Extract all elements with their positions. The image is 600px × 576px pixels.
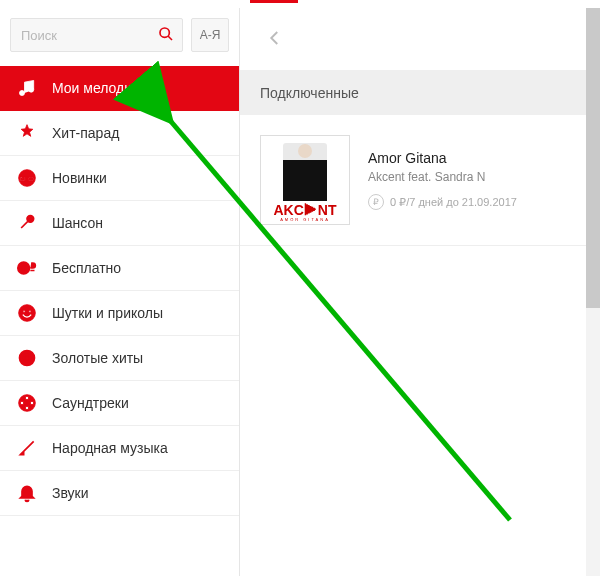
accent-bar — [250, 0, 298, 3]
svg-point-4 — [27, 216, 34, 223]
sidebar-item-hit-parade[interactable]: Хит-парад — [0, 111, 239, 156]
cover-figure-head — [298, 144, 312, 158]
svg-line-5 — [21, 221, 28, 228]
svg-point-15 — [25, 396, 28, 399]
sidebar-item-new[interactable]: NEW Новинки — [0, 156, 239, 201]
track-price-label: 0 ₽/7 дней до 21.09.2017 — [390, 196, 517, 209]
sidebar-item-label: Народная музыка — [52, 440, 168, 456]
alpha-sort-button[interactable]: А-Я — [191, 18, 229, 52]
balalaika-icon — [16, 437, 38, 459]
cover-logo-text: AKC⯈NT — [274, 203, 337, 217]
chevron-left-icon — [266, 29, 284, 50]
sidebar-item-label: Мои мелодии — [52, 80, 140, 96]
sidebar-item-folk[interactable]: Народная музыка — [0, 426, 239, 471]
svg-point-18 — [20, 401, 23, 404]
search-button[interactable] — [153, 22, 179, 48]
content-top-bar — [240, 8, 600, 70]
section-header-label: Подключенные — [260, 85, 359, 101]
track-price-row: ₽ 0 ₽/7 дней до 21.09.2017 — [368, 194, 517, 210]
svg-point-10 — [29, 310, 31, 312]
sidebar-item-label: Новинки — [52, 170, 107, 186]
sidebar-item-label: Бесплатно — [52, 260, 121, 276]
trophy-icon — [16, 122, 38, 144]
svg-point-17 — [25, 406, 28, 409]
ruble-circle-icon: ₽ — [368, 194, 384, 210]
svg-point-8 — [19, 305, 36, 322]
smile-icon — [16, 302, 38, 324]
cover-subtitle: AMOR GITANA — [280, 217, 330, 222]
album-art: AKC⯈NT AMOR GITANA — [260, 135, 350, 225]
sidebar-item-label: Саундтреки — [52, 395, 129, 411]
content-area: Подключенные AKC⯈NT AMOR GITANA Amor Git… — [240, 8, 600, 576]
microphone-icon — [16, 212, 38, 234]
svg-point-9 — [23, 310, 25, 312]
track-row[interactable]: AKC⯈NT AMOR GITANA Amor Gitana Akcent fe… — [240, 115, 600, 246]
scrollbar-thumb[interactable] — [586, 8, 600, 308]
svg-point-16 — [30, 401, 33, 404]
back-button[interactable] — [260, 24, 290, 54]
sidebar: А-Я Мои мелодии Хит-парад NEW Новинки — [0, 8, 240, 576]
film-reel-icon — [16, 392, 38, 414]
search-row: А-Я — [0, 8, 239, 66]
search-wrap — [10, 18, 183, 52]
svg-text:NEW: NEW — [20, 176, 34, 182]
svg-line-1 — [168, 36, 172, 40]
sidebar-item-chanson[interactable]: Шансон — [0, 201, 239, 246]
sidebar-item-label: Шутки и приколы — [52, 305, 163, 321]
sidebar-item-label: Звуки — [52, 485, 89, 501]
sidebar-item-free[interactable]: 0 Бесплатно — [0, 246, 239, 291]
search-icon — [158, 26, 174, 45]
section-header-connected: Подключенные — [240, 70, 600, 115]
track-artist: Akcent feat. Sandra N — [368, 170, 517, 184]
window-top-accent — [0, 0, 600, 8]
sidebar-item-label: Шансон — [52, 215, 103, 231]
sidebar-item-sounds[interactable]: Звуки — [0, 471, 239, 516]
sidebar-nav: Мои мелодии Хит-парад NEW Новинки Шансон — [0, 66, 239, 516]
vinyl-icon — [16, 347, 38, 369]
sidebar-item-my-melodies[interactable]: Мои мелодии — [0, 66, 239, 111]
sidebar-item-golden-hits[interactable]: Золотые хиты — [0, 336, 239, 381]
ruble-free-icon: 0 — [16, 257, 38, 279]
track-title: Amor Gitana — [368, 150, 517, 166]
bell-icon — [16, 482, 38, 504]
app-root: А-Я Мои мелодии Хит-парад NEW Новинки — [0, 8, 600, 576]
svg-point-0 — [160, 28, 169, 37]
sidebar-item-soundtracks[interactable]: Саундтреки — [0, 381, 239, 426]
sidebar-item-label: Хит-парад — [52, 125, 119, 141]
music-note-icon — [16, 77, 38, 99]
sidebar-item-label: Золотые хиты — [52, 350, 143, 366]
track-meta: Amor Gitana Akcent feat. Sandra N ₽ 0 ₽/… — [368, 135, 517, 225]
sidebar-item-jokes[interactable]: Шутки и приколы — [0, 291, 239, 336]
svg-text:0: 0 — [21, 263, 26, 273]
svg-point-13 — [26, 357, 28, 359]
new-badge-icon: NEW — [16, 167, 38, 189]
